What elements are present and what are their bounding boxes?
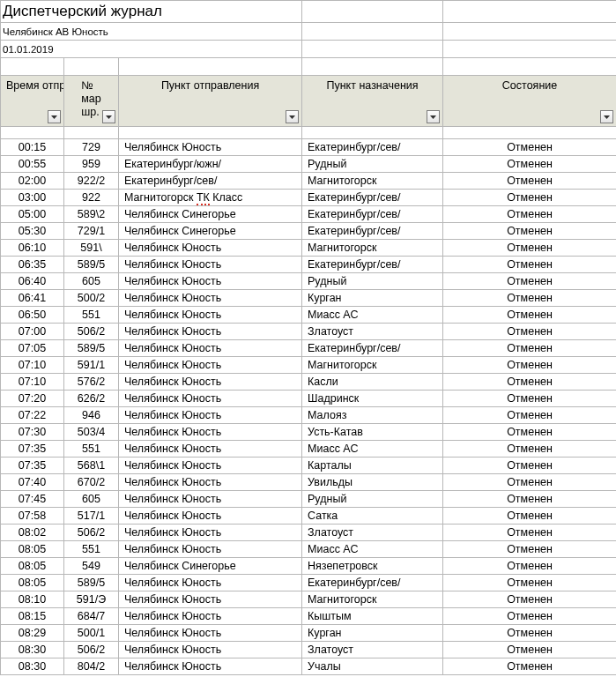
table-row: 05:00589\2Челябинск СинегорьеЕкатеринбур… — [1, 206, 617, 223]
cell-departure: Челябинск Синегорье — [119, 206, 302, 223]
cell-departure: Челябинск Юность — [119, 139, 302, 156]
header-route: № мар шр. — [64, 76, 119, 127]
cell-route: 551 — [64, 441, 119, 458]
cell-state: Отменен — [443, 374, 616, 391]
cell-departure: Челябинск Юность — [119, 474, 302, 491]
table-row: 08:30506/2Челябинск ЮностьЗлатоустОтмене… — [1, 642, 617, 658]
filter-dropdown-route[interactable] — [102, 110, 115, 123]
cell-departure: Челябинск Юность — [119, 508, 302, 524]
filter-dropdown-time[interactable] — [48, 110, 61, 123]
table-row: 06:10591\Челябинск ЮностьМагнитогорскОтм… — [1, 240, 617, 257]
cell-time: 08:29 — [1, 625, 64, 642]
cell-state: Отменен — [443, 474, 616, 491]
cell-departure: Челябинск Юность — [119, 357, 302, 374]
cell-time: 07:40 — [1, 474, 64, 491]
table-row: 07:00506/2Челябинск ЮностьЗлатоустОтмене… — [1, 324, 617, 340]
cell-time: 07:05 — [1, 340, 64, 357]
cell-state: Отменен — [443, 441, 616, 458]
cell-destination: Екатеринбург/сев/ — [302, 223, 443, 240]
cell-departure: Челябинск Юность — [119, 441, 302, 458]
cell-time: 08:30 — [1, 642, 64, 658]
cell-destination: Магнитогорск — [302, 591, 443, 608]
cell-destination: Рудный — [302, 156, 443, 173]
cell-departure: Челябинск Юность — [119, 625, 302, 642]
cell-departure: Челябинск Юность — [119, 458, 302, 474]
cell-state: Отменен — [443, 190, 616, 206]
table-row: 08:05551Челябинск ЮностьМиасс АСОтменен — [1, 541, 617, 558]
svg-marker-1 — [106, 115, 112, 119]
cell-state: Отменен — [443, 324, 616, 340]
cell-time: 07:35 — [1, 441, 64, 458]
cell-destination: Златоуст — [302, 524, 443, 541]
cell-state: Отменен — [443, 407, 616, 424]
cell-state: Отменен — [443, 357, 616, 374]
cell-route: 506/2 — [64, 324, 119, 340]
cell-destination: Рудный — [302, 491, 443, 508]
cell-state: Отменен — [443, 491, 616, 508]
cell-departure: Екатеринбург/южн/ — [119, 156, 302, 173]
table-row: 07:30503/4Челябинск ЮностьУсть-КатавОтме… — [1, 424, 617, 441]
cell-route: 605 — [64, 273, 119, 290]
cell-time: 07:10 — [1, 374, 64, 391]
cell-state: Отменен — [443, 625, 616, 642]
table-row: 08:05549Челябинск СинегорьеНязепетровскО… — [1, 558, 617, 575]
cell-destination: Усть-Катав — [302, 424, 443, 441]
filter-dropdown-state[interactable] — [600, 110, 613, 123]
cell-destination: Кыштым — [302, 608, 443, 625]
cell-destination: Малояз — [302, 407, 443, 424]
cell-state: Отменен — [443, 541, 616, 558]
cell-destination: Увильды — [302, 474, 443, 491]
cell-route: 946 — [64, 407, 119, 424]
cell-time: 08:05 — [1, 558, 64, 575]
cell-route: 922/2 — [64, 173, 119, 190]
cell-time: 06:50 — [1, 307, 64, 324]
cell-departure: Челябинск Юность — [119, 658, 302, 675]
table-row: 08:10591/ЭЧелябинск ЮностьМагнитогорскОт… — [1, 591, 617, 608]
cell-state: Отменен — [443, 424, 616, 441]
cell-route: 729/1 — [64, 223, 119, 240]
cell-time: 06:41 — [1, 290, 64, 307]
svg-marker-3 — [430, 115, 436, 119]
table-row: 07:22946Челябинск ЮностьМалоязОтменен — [1, 407, 617, 424]
cell-route: 589/5 — [64, 575, 119, 591]
svg-marker-0 — [51, 115, 57, 119]
cell-route: 589/5 — [64, 257, 119, 273]
table-row: 02:00922/2Екатеринбург/сев/МагнитогорскО… — [1, 173, 617, 190]
dispatch-log-table: Диспетчерский журнал Челябинск АВ Юность… — [0, 0, 616, 675]
cell-state: Отменен — [443, 658, 616, 675]
filter-dropdown-destination[interactable] — [427, 110, 440, 123]
filter-dropdown-departure[interactable] — [286, 110, 299, 123]
cell-destination: Курган — [302, 290, 443, 307]
cell-time: 07:20 — [1, 391, 64, 407]
cell-state: Отменен — [443, 608, 616, 625]
cell-time: 02:00 — [1, 173, 64, 190]
cell-state: Отменен — [443, 273, 616, 290]
cell-time: 06:35 — [1, 257, 64, 273]
table-row: 05:30729/1Челябинск СинегорьеЕкатеринбур… — [1, 223, 617, 240]
cell-destination: Екатеринбург/сев/ — [302, 206, 443, 223]
cell-destination: Рудный — [302, 273, 443, 290]
table-row: 07:10591/1Челябинск ЮностьМагнитогорскОт… — [1, 357, 617, 374]
cell-state: Отменен — [443, 307, 616, 324]
cell-state: Отменен — [443, 290, 616, 307]
cell-route: 804/2 — [64, 658, 119, 675]
table-row: 08:05589/5Челябинск ЮностьЕкатеринбург/с… — [1, 575, 617, 591]
table-row: 07:10576/2Челябинск ЮностьКаслиОтменен — [1, 374, 617, 391]
cell-departure: Челябинск Юность — [119, 524, 302, 541]
table-header-row: Время отпр. № мар шр. Пункт отправления … — [1, 76, 617, 127]
cell-departure: Челябинск Юность — [119, 374, 302, 391]
cell-route: 589/5 — [64, 340, 119, 357]
cell-departure: Челябинск Юность — [119, 340, 302, 357]
table-row: 08:29500/1Челябинск ЮностьКурганОтменен — [1, 625, 617, 642]
cell-time: 08:05 — [1, 541, 64, 558]
cell-time: 00:55 — [1, 156, 64, 173]
cell-route: 591/1 — [64, 357, 119, 374]
cell-route: 549 — [64, 558, 119, 575]
cell-state: Отменен — [443, 223, 616, 240]
header-state: Состояние — [443, 76, 616, 127]
cell-state: Отменен — [443, 156, 616, 173]
cell-destination: Екатеринбург/сев/ — [302, 257, 443, 273]
cell-destination: Екатеринбург/сев/ — [302, 190, 443, 206]
cell-destination: Миасс АС — [302, 441, 443, 458]
cell-departure: Челябинск Юность — [119, 642, 302, 658]
